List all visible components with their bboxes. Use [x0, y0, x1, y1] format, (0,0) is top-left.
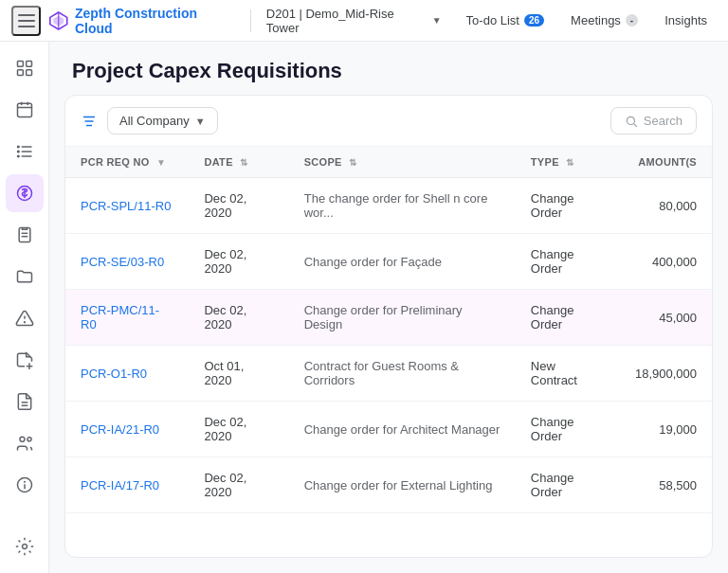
svg-point-14	[17, 146, 19, 148]
insights-label: Insights	[664, 13, 707, 27]
col-date[interactable]: DATE ⇅	[189, 147, 288, 178]
cell-scope: Change order for Preliminary Design	[289, 290, 516, 346]
sidebar-item-clipboard[interactable]	[6, 216, 44, 254]
cell-type: New Contract	[516, 346, 620, 402]
col-scope[interactable]: SCOPE ⇅	[289, 147, 516, 178]
pcr-link[interactable]: PCR-SPL/11-R0	[81, 199, 171, 213]
sidebar-item-alert[interactable]	[6, 299, 44, 337]
company-filter-label: All Company	[119, 114, 190, 128]
table-row[interactable]: PCR-IA/17-R0 Dec 02, 2020 Change order f…	[65, 457, 712, 513]
nav-item-meetings[interactable]: Meetings -	[561, 8, 647, 33]
cell-scope: The change order for Shell n core wor...	[289, 178, 516, 234]
sidebar-item-budget[interactable]	[6, 174, 44, 212]
svg-rect-3	[17, 62, 23, 67]
table-row[interactable]: PCR-O1-R0 Oct 01, 2020 Contract for Gues…	[65, 346, 712, 402]
cell-pcr-req-no[interactable]: PCR-PMC/11-R0	[65, 290, 189, 346]
svg-line-37	[633, 123, 636, 126]
sidebar-item-calendar[interactable]	[6, 91, 44, 129]
cell-date: Dec 02, 2020	[189, 290, 288, 346]
svg-point-32	[22, 545, 27, 549]
cell-type: Change Order	[516, 402, 620, 457]
pcr-link[interactable]: PCR-O1-R0	[81, 367, 147, 381]
pcr-link[interactable]: PCR-SE/03-R0	[81, 255, 164, 269]
cell-pcr-req-no[interactable]: PCR-SPL/11-R0	[65, 178, 189, 234]
sidebar	[0, 42, 49, 573]
svg-point-28	[27, 438, 30, 441]
cell-pcr-req-no[interactable]: PCR-O1-R0	[65, 346, 189, 402]
cell-pcr-req-no[interactable]: PCR-IA/21-R0	[65, 402, 189, 457]
todoist-badge: 26	[524, 14, 544, 27]
svg-point-15	[17, 151, 19, 152]
pcr-table: PCR REQ NO ▼ DATE ⇅ SCOPE ⇅	[65, 147, 712, 513]
svg-rect-5	[17, 70, 23, 76]
cell-scope: Change order for Façade	[289, 234, 516, 290]
nav-item-insights[interactable]: Insights	[655, 8, 717, 33]
svg-point-36	[627, 116, 634, 124]
page-header: Project Capex Requisitions	[49, 42, 728, 95]
company-filter-select[interactable]: All Company ▼	[107, 107, 218, 134]
cell-amount: 18,900,000	[620, 346, 712, 402]
cell-date: Dec 02, 2020	[189, 457, 288, 513]
svg-point-27	[20, 437, 25, 441]
brand-name-label: Zepth Construction Cloud	[75, 6, 235, 36]
main-content: Project Capex Requisitions All Company ▼	[49, 42, 728, 573]
cell-scope: Change order for External Lighting	[289, 457, 516, 513]
sort-desc-icon: ▼	[156, 157, 166, 168]
cell-scope: Contract for Guest Rooms & Corridors	[289, 346, 516, 402]
meetings-label: Meetings	[571, 13, 621, 27]
todoist-label: To-do List	[466, 13, 519, 27]
sidebar-item-info[interactable]	[6, 466, 44, 504]
cell-amount: 19,000	[620, 402, 712, 457]
sort-neutral-icon: ⇅	[240, 157, 247, 168]
search-box[interactable]: Search	[610, 107, 697, 134]
nav-item-todoist[interactable]: To-do List 26	[457, 8, 555, 33]
sidebar-item-reports[interactable]	[6, 341, 44, 379]
search-label: Search	[644, 114, 682, 128]
cell-date: Dec 02, 2020	[189, 178, 288, 234]
table-header: PCR REQ NO ▼ DATE ⇅ SCOPE ⇅	[65, 147, 712, 178]
col-type[interactable]: TYPE ⇅	[516, 147, 620, 178]
nav-divider	[250, 9, 251, 32]
cell-type: Change Order	[516, 457, 620, 513]
sidebar-item-list[interactable]	[6, 133, 44, 170]
company-filter-chevron-icon: ▼	[195, 116, 206, 127]
cell-amount: 400,000	[620, 234, 712, 290]
cell-type: Change Order	[516, 290, 620, 346]
pcr-link[interactable]: PCR-IA/21-R0	[81, 422, 159, 437]
col-pcr-req-no[interactable]: PCR REQ NO ▼	[65, 147, 189, 178]
cell-date: Dec 02, 2020	[189, 402, 288, 457]
page-title: Project Capex Requisitions	[72, 59, 705, 83]
toolbar: All Company ▼ Search	[65, 96, 712, 147]
cell-pcr-req-no[interactable]: PCR-SE/03-R0	[65, 234, 189, 290]
table-row[interactable]: PCR-PMC/11-R0 Dec 02, 2020 Change order …	[65, 290, 712, 346]
svg-rect-7	[17, 103, 31, 116]
brand-logo-icon	[48, 10, 69, 31]
sidebar-item-team[interactable]	[6, 424, 44, 462]
svg-point-22	[24, 322, 25, 323]
cell-amount: 58,500	[620, 457, 712, 513]
cell-pcr-req-no[interactable]: PCR-IA/17-R0	[65, 457, 189, 513]
sidebar-item-folder[interactable]	[6, 258, 44, 295]
meetings-badge: -	[626, 14, 638, 27]
cell-amount: 45,000	[620, 290, 712, 346]
pcr-link[interactable]: PCR-IA/17-R0	[81, 478, 159, 492]
filter-button[interactable]	[81, 113, 98, 130]
table-row[interactable]: PCR-SPL/11-R0 Dec 02, 2020 The change or…	[65, 178, 712, 234]
project-selector[interactable]: D201 | Demo_Mid-Rise Tower ▼	[266, 7, 442, 35]
table-row[interactable]: PCR-IA/21-R0 Dec 02, 2020 Change order f…	[65, 402, 712, 457]
menu-button[interactable]	[11, 6, 41, 36]
brand-logo: Zepth Construction Cloud	[48, 6, 234, 36]
search-icon	[625, 115, 638, 128]
sidebar-item-document[interactable]	[6, 383, 44, 421]
pcr-link[interactable]: PCR-PMC/11-R0	[81, 303, 159, 331]
table-row[interactable]: PCR-SE/03-R0 Dec 02, 2020 Change order f…	[65, 234, 712, 290]
main-layout: Project Capex Requisitions All Company ▼	[0, 42, 728, 573]
svg-point-16	[17, 155, 19, 157]
cell-amount: 80,000	[620, 178, 712, 234]
sidebar-item-grid[interactable]	[6, 49, 44, 87]
table-container: All Company ▼ Search	[64, 95, 713, 558]
sidebar-item-settings[interactable]	[6, 528, 44, 565]
data-table: PCR REQ NO ▼ DATE ⇅ SCOPE ⇅	[65, 147, 712, 557]
project-chevron-icon: ▼	[432, 15, 442, 26]
col-amount[interactable]: AMOUNT(S	[620, 147, 712, 178]
